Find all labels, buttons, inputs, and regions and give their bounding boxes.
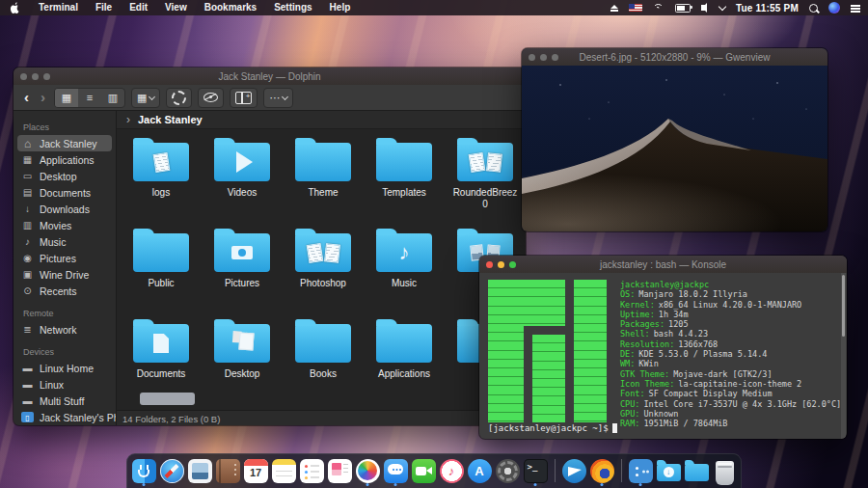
separator[interactable]	[551, 457, 559, 486]
folder-item[interactable]: Theme	[283, 135, 364, 226]
preview[interactable]	[187, 457, 213, 486]
telegram[interactable]	[561, 457, 587, 486]
menubar-menu[interactable]: Edit	[121, 0, 156, 15]
sidebar-item[interactable]: Documents	[17, 184, 112, 201]
sidebar-item[interactable]: Wine Drive	[17, 266, 112, 283]
finder[interactable]	[131, 457, 157, 486]
folder-item[interactable]: Books	[283, 316, 364, 407]
close-button[interactable]	[20, 73, 27, 80]
minimize-button[interactable]	[32, 73, 39, 80]
terminal-prompt[interactable]: [jackstanley@jackpc ~]$	[488, 423, 617, 433]
sidebar-item[interactable]: Jack Stanley	[17, 135, 112, 151]
sidebar-item[interactable]: Applications	[17, 151, 112, 168]
gwenview-titlebar[interactable]: Desert-6.jpg - 5120x2880 - 9% — Gwenview	[522, 48, 827, 66]
trash[interactable]	[712, 457, 738, 486]
sidebar-item[interactable]: Jack Stanley's Phone	[17, 409, 112, 425]
back-button[interactable]: ‹	[21, 88, 32, 107]
minimize-button[interactable]	[540, 54, 547, 61]
reminders[interactable]	[299, 457, 325, 486]
sidebar-item-label: Network	[40, 324, 77, 336]
calendar[interactable]: 17	[243, 457, 269, 486]
scrollbar-handle[interactable]	[140, 393, 195, 405]
search-icon[interactable]	[809, 4, 818, 13]
file-manager[interactable]	[628, 457, 654, 486]
menubar-menu[interactable]: View	[156, 0, 196, 15]
maximize-button[interactable]	[43, 73, 50, 80]
sidebar-item[interactable]: Desktop	[17, 168, 112, 184]
sidebar-item[interactable]: Music	[17, 233, 112, 250]
preview-toggle-button[interactable]	[198, 88, 224, 108]
menubar-menu[interactable]: Help	[321, 0, 360, 15]
sidebar-item-label: Music	[40, 236, 66, 248]
sidebar-item[interactable]: Linux Home	[17, 360, 112, 376]
folder-item[interactable]: Pictures	[202, 226, 283, 316]
facetime[interactable]	[411, 457, 437, 486]
menubar-menu[interactable]: Terminal	[30, 0, 87, 15]
menubar-menu[interactable]: Bookmarks	[196, 0, 265, 15]
system-preferences[interactable]	[495, 457, 521, 486]
separator[interactable]	[617, 457, 626, 486]
contacts[interactable]	[215, 457, 241, 486]
safari[interactable]	[159, 457, 185, 486]
notes[interactable]	[271, 457, 297, 486]
overflow-menu-button[interactable]: ⋯	[263, 88, 293, 108]
terminal-output[interactable]: jackstanley@jackpc OS:Manjaro 18.0.2 Ill…	[479, 273, 847, 439]
icon-size-button[interactable]: ▦	[131, 88, 160, 108]
firefox-icon	[590, 459, 614, 483]
terminal[interactable]	[523, 457, 549, 486]
clock-text[interactable]: Tue 11:55 PM	[736, 3, 799, 14]
chevron-down-icon[interactable]	[719, 3, 726, 11]
firefox[interactable]	[589, 457, 615, 486]
sidebar-item[interactable]: Movies	[17, 217, 112, 233]
list-view-button[interactable]: ≡	[78, 89, 101, 107]
split-view-button[interactable]	[230, 88, 258, 108]
downloads-folder[interactable]	[656, 457, 682, 486]
sidebar-item[interactable]: Pictures	[17, 250, 112, 266]
folder-item[interactable]: logs	[121, 135, 202, 226]
folder-item[interactable]: Videos	[202, 135, 283, 226]
maximize-button[interactable]	[552, 54, 558, 61]
menubar-menu[interactable]: File	[87, 0, 121, 15]
photos[interactable]	[355, 457, 381, 486]
sidebar-item[interactable]: Downloads	[17, 201, 112, 217]
reminders-icon	[300, 459, 324, 483]
dolphin-titlebar[interactable]: Jack Stanley — Dolphin	[14, 68, 526, 85]
folder-item[interactable]: Templates	[364, 135, 445, 226]
forward-button[interactable]: ›	[38, 88, 48, 107]
close-button[interactable]	[486, 261, 493, 268]
news[interactable]	[327, 457, 353, 486]
sidebar-item[interactable]: Recents	[17, 283, 112, 299]
maximize-button[interactable]	[509, 261, 516, 268]
app-menus: Terminal File Edit View Bookmarks Settin…	[30, 0, 359, 15]
us-flag-icon[interactable]	[629, 4, 642, 12]
music[interactable]	[439, 457, 465, 486]
folder-item[interactable]: Desktop	[202, 316, 283, 407]
icons-view-button[interactable]: ▦	[55, 89, 78, 107]
minimize-button[interactable]	[498, 261, 504, 268]
battery-icon[interactable]	[675, 4, 691, 13]
folder-item[interactable]: Photoshop	[283, 226, 364, 316]
sidebar-item[interactable]: Linux	[17, 376, 112, 393]
konsole-titlebar[interactable]: jackstanley : bash — Konsole	[479, 256, 847, 273]
app-store[interactable]	[467, 457, 493, 486]
volume-icon[interactable]	[701, 5, 705, 11]
siri-icon[interactable]	[828, 2, 840, 14]
documents-folder[interactable]	[684, 457, 710, 486]
details-view-button[interactable]: ▥	[101, 89, 124, 107]
sidebar-item[interactable]: Multi Stuff	[17, 393, 112, 409]
folder-item[interactable]: RoundedBreez 0	[445, 135, 526, 226]
menubar-menu[interactable]: Settings	[265, 0, 320, 15]
folder-item[interactable]: Public	[121, 226, 202, 316]
settings-button[interactable]	[166, 88, 192, 108]
terminal-scrollbar[interactable]	[841, 273, 846, 439]
folder-item[interactable]: Music	[364, 226, 445, 316]
close-button[interactable]	[529, 54, 535, 61]
breadcrumb-location[interactable]: Jack Stanley	[138, 114, 203, 125]
notification-center-icon[interactable]	[851, 5, 860, 7]
wifi-icon[interactable]	[653, 4, 665, 13]
folder-item[interactable]: Applications	[364, 316, 445, 407]
eject-icon[interactable]	[610, 5, 618, 12]
apple-menu-icon[interactable]	[10, 2, 20, 14]
messages[interactable]	[383, 457, 409, 486]
sidebar-item[interactable]: Network	[17, 321, 112, 338]
